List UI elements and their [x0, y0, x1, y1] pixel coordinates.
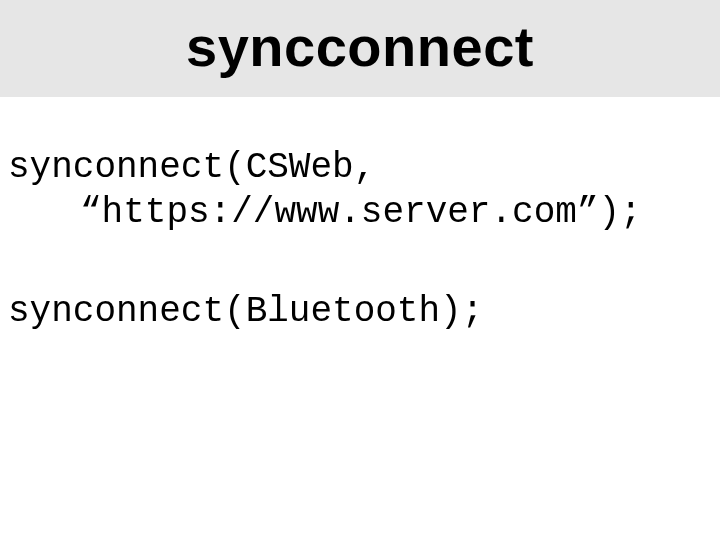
title-bar: syncconnect: [0, 0, 720, 97]
code-line: synconnect(CSWeb,: [8, 145, 712, 190]
slide-body: synconnect(CSWeb, “https://www.server.co…: [0, 97, 720, 334]
slide-title: syncconnect: [0, 14, 720, 79]
code-line: synconnect(Bluetooth);: [8, 289, 712, 334]
code-block-csweb: synconnect(CSWeb, “https://www.server.co…: [8, 145, 712, 235]
code-block-bluetooth: synconnect(Bluetooth);: [8, 289, 712, 334]
slide: syncconnect synconnect(CSWeb, “https://w…: [0, 0, 720, 540]
code-line: “https://www.server.com”);: [8, 190, 712, 235]
